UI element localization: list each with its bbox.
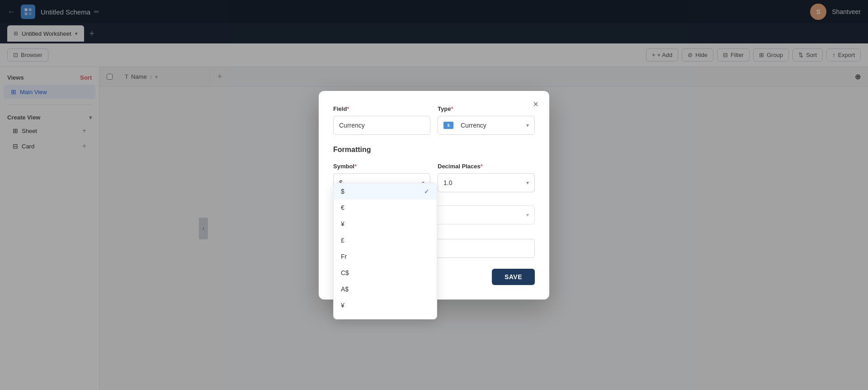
type-required-mark: * bbox=[451, 105, 453, 112]
field-required-mark: * bbox=[347, 105, 349, 112]
symbol-options-list: $ ✓ € ¥ £ Fr bbox=[334, 183, 437, 319]
decimal-required-mark: * bbox=[481, 163, 483, 170]
symbol-option-euro[interactable]: € bbox=[334, 200, 437, 216]
hidden-dropdown-icon: ▾ bbox=[526, 212, 529, 218]
symbol-option-rupee[interactable]: ₹ bbox=[334, 314, 437, 319]
decimal-group: Decimal Places* 1.0 ▾ bbox=[438, 163, 535, 192]
symbol-required-mark: * bbox=[354, 163, 357, 170]
symbol-decimal-row: Symbol* $ ▾ $ ✓ € bbox=[333, 163, 535, 192]
symbol-label: Symbol* bbox=[333, 163, 430, 170]
type-dropdown-icon: ▾ bbox=[526, 122, 529, 128]
field-group: Field* bbox=[333, 105, 430, 135]
formatting-title: Formatting bbox=[333, 146, 535, 154]
symbol-dropdown-menu: $ ✓ € ¥ £ Fr bbox=[333, 183, 437, 319]
symbol-option-aud[interactable]: A$ bbox=[334, 281, 437, 297]
field-input[interactable] bbox=[333, 116, 430, 135]
decimal-dropdown-icon: ▾ bbox=[526, 180, 529, 186]
modal-close-button[interactable]: × bbox=[529, 98, 542, 111]
selected-check-icon: ✓ bbox=[424, 188, 429, 195]
symbol-option-cad[interactable]: C$ bbox=[334, 265, 437, 281]
field-label: Field* bbox=[333, 105, 430, 112]
hidden-select[interactable]: ▾ bbox=[434, 205, 535, 224]
symbol-option-pound[interactable]: £ bbox=[334, 232, 437, 248]
decimal-select[interactable]: 1.0 ▾ bbox=[438, 173, 535, 192]
hidden-col: ▾ bbox=[434, 205, 535, 224]
symbol-option-yen[interactable]: ¥ bbox=[334, 216, 437, 232]
modal-overlay[interactable]: × Field* Type* $ Currency ▾ bbox=[0, 0, 868, 390]
field-type-row: Field* Type* $ Currency ▾ bbox=[333, 105, 535, 135]
type-label: Type* bbox=[438, 105, 535, 112]
type-group: Type* $ Currency ▾ bbox=[438, 105, 535, 135]
symbol-group: Symbol* $ ▾ $ ✓ € bbox=[333, 163, 430, 192]
symbol-option-dollar[interactable]: $ ✓ bbox=[334, 183, 437, 200]
save-button[interactable]: SAVE bbox=[492, 269, 535, 285]
symbol-option-franc[interactable]: Fr bbox=[334, 248, 437, 265]
symbol-option-yen2[interactable]: ¥ bbox=[334, 297, 437, 314]
decimal-label: Decimal Places* bbox=[438, 163, 535, 170]
currency-type-icon: $ bbox=[443, 122, 453, 129]
field-edit-modal: × Field* Type* $ Currency ▾ bbox=[319, 91, 549, 300]
type-select[interactable]: $ Currency ▾ bbox=[438, 116, 535, 135]
